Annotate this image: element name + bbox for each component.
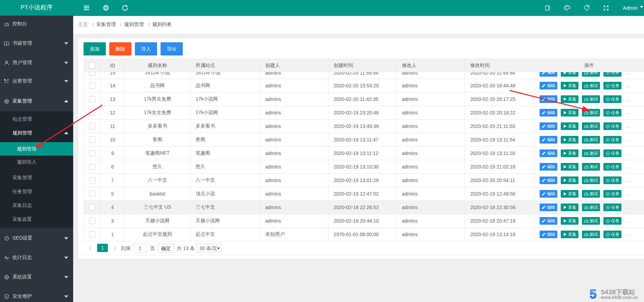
svg-text:5: 5 bbox=[590, 287, 596, 301]
svg-text:5438下载站: 5438下载站 bbox=[601, 288, 635, 296]
svg-text:www.5438.com.cn: www.5438.com.cn bbox=[600, 295, 638, 300]
